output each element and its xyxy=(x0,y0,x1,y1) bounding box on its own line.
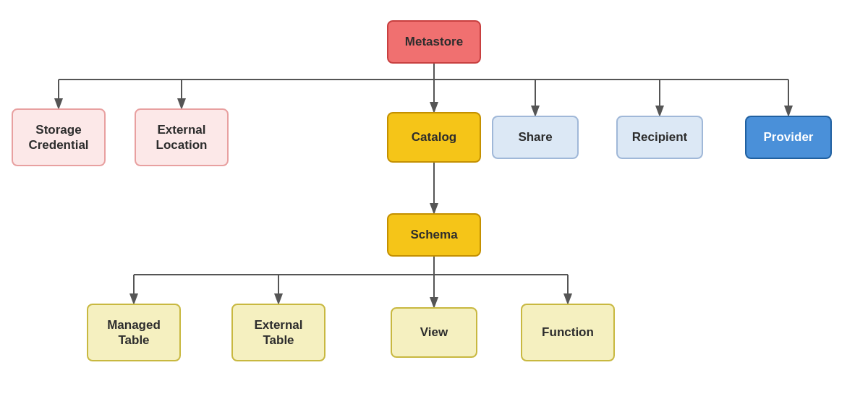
share-node: Share xyxy=(492,116,579,159)
view-node: View xyxy=(391,307,477,358)
schema-node: Schema xyxy=(387,213,481,257)
diagram: Metastore StorageCredential ExternalLoca… xyxy=(0,0,868,399)
function-node: Function xyxy=(521,304,615,361)
recipient-node: Recipient xyxy=(616,116,703,159)
view-label: View xyxy=(420,325,448,340)
schema-label: Schema xyxy=(410,227,457,242)
share-label: Share xyxy=(518,129,552,145)
catalog-label: Catalog xyxy=(412,129,456,145)
recipient-label: Recipient xyxy=(632,129,688,145)
managed-table-label: ManagedTable xyxy=(107,317,161,348)
external-location-node: ExternalLocation xyxy=(135,108,229,166)
storage-credential-label: StorageCredential xyxy=(28,122,88,153)
managed-table-node: ManagedTable xyxy=(87,304,181,361)
catalog-node: Catalog xyxy=(387,112,481,163)
external-location-label: ExternalLocation xyxy=(156,122,208,153)
metastore-label: Metastore xyxy=(405,34,463,49)
external-table-label: ExternalTable xyxy=(254,317,302,348)
storage-credential-node: StorageCredential xyxy=(12,108,106,166)
external-table-node: ExternalTable xyxy=(231,304,326,361)
function-label: Function xyxy=(542,325,594,340)
metastore-node: Metastore xyxy=(387,20,481,64)
provider-node: Provider xyxy=(745,116,832,159)
provider-label: Provider xyxy=(764,129,814,145)
